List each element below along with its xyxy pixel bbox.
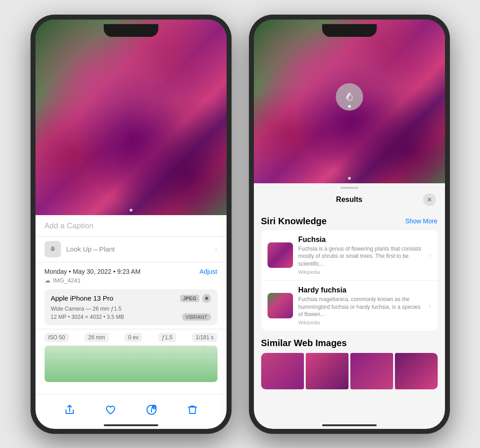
notch — [104, 24, 158, 37]
right-phone: Results ✕ Siri Knowledge Show More — [249, 15, 450, 433]
siri-badge — [336, 83, 363, 111]
fuchsia-name: Fuchsia — [298, 236, 424, 244]
vibrant-badge: VIBRANT — [182, 313, 211, 321]
fuchsia-source: Wikipedia — [298, 269, 424, 275]
exif-iso: ISO 50 — [45, 333, 69, 342]
date-row: Monday • May 30, 2022 • 9:23 AM ☁ IMG_42… — [35, 262, 227, 286]
info-button[interactable]: i — [141, 400, 162, 420]
device-row: Apple iPhone 13 Pro JPEG ⊕ Wide Camera —… — [45, 289, 217, 325]
show-more-button[interactable]: Show More — [405, 217, 438, 225]
sheet-header: Results ✕ — [254, 189, 445, 211]
similar-img-3[interactable] — [350, 353, 393, 389]
flower-overlay — [35, 20, 227, 215]
adjust-button[interactable]: Adjust — [200, 268, 217, 275]
lookup-chevron-icon: › — [215, 246, 217, 253]
hardy-thumb-image — [268, 293, 293, 318]
right-silent-button — [249, 60, 250, 79]
home-bar — [104, 424, 158, 426]
fuchsia-thumb-image — [268, 242, 293, 268]
hardy-fuchsia-thumbnail — [268, 293, 293, 318]
similar-section: Similar Web Images — [261, 338, 438, 389]
caption-placeholder: Add a Caption — [45, 221, 94, 230]
exif-ev: 0 ev — [125, 333, 142, 342]
fuchsia-chevron-icon: › — [429, 252, 431, 259]
photo-area[interactable] — [35, 20, 227, 215]
device-name: Apple iPhone 13 Pro — [51, 294, 114, 302]
right-notch — [322, 24, 377, 37]
fuchsia-text: Fuchsia Fuchsia is a genus of flowering … — [298, 236, 424, 275]
similar-images-row — [261, 353, 438, 389]
device-header: Apple iPhone 13 Pro JPEG ⊕ — [51, 294, 211, 303]
silent-button — [31, 60, 31, 79]
close-button[interactable]: ✕ — [423, 193, 436, 206]
camera-row: Wide Camera — 26 mm ƒ1.5 — [51, 306, 211, 312]
device-badges: JPEG ⊕ — [180, 294, 211, 303]
siri-knowledge-title: Siri Knowledge — [261, 216, 327, 227]
right-photo-area — [254, 20, 445, 183]
fuchsia-desc: Fuchsia is a genus of flowering plants t… — [298, 245, 424, 268]
photo-info-area: Add a Caption Look Up – Plant › — [35, 215, 227, 394]
siri-knowledge-section-header: Siri Knowledge Show More — [261, 216, 438, 227]
right-power-button — [449, 97, 450, 133]
fuchsia-thumbnail — [268, 242, 293, 268]
date-sub: ☁ IMG_4241 — [45, 277, 141, 284]
volume-up-button — [31, 88, 31, 115]
right-volume-down-button — [249, 122, 250, 149]
power-button — [231, 97, 231, 133]
left-phone: Add a Caption Look Up – Plant › — [31, 15, 231, 433]
share-button[interactable] — [60, 400, 80, 420]
sheet-content: Siri Knowledge Show More Fuchsia Fuchsia… — [254, 211, 445, 429]
exif-row: ISO 50 26 mm 0 ev ƒ1.5 1/181 s — [35, 329, 227, 346]
right-phone-screen: Results ✕ Siri Knowledge Show More — [254, 20, 445, 429]
cloud-icon: ☁ — [45, 277, 51, 284]
delete-button[interactable] — [182, 400, 202, 420]
lookup-label: Look Up – Plant — [66, 245, 115, 253]
right-home-bar — [322, 424, 377, 426]
hardy-fuchsia-item[interactable]: Hardy fuchsia Fuchsia magellanica, commo… — [261, 281, 438, 331]
hardy-fuchsia-source: Wikipedia — [298, 320, 424, 325]
exif-focal: 26 mm — [85, 333, 109, 342]
right-page-indicator — [348, 177, 351, 180]
map-area[interactable] — [45, 346, 217, 382]
similar-img-4[interactable] — [395, 353, 438, 389]
exif-aperture: ƒ1.5 — [158, 333, 176, 342]
hardy-fuchsia-name: Hardy fuchsia — [298, 286, 424, 294]
location-icon: ⊕ — [202, 294, 211, 303]
similar-img-2[interactable] — [306, 353, 349, 389]
left-phone-screen: Add a Caption Look Up – Plant › — [35, 20, 227, 429]
mp-spec: 12 MP • 3024 × 4032 • 3.5 MB — [51, 314, 124, 320]
knowledge-card: Fuchsia Fuchsia is a genus of flowering … — [261, 230, 438, 331]
svg-text:i: i — [153, 406, 154, 410]
caption-area[interactable]: Add a Caption — [35, 215, 227, 237]
phones-container: Add a Caption Look Up – Plant › — [31, 15, 450, 433]
hardy-fuchsia-desc: Fuchsia magellanica, commonly known as t… — [298, 296, 424, 318]
results-sheet: Results ✕ Siri Knowledge Show More — [254, 183, 445, 429]
siri-dot — [348, 105, 351, 108]
date-text: Monday • May 30, 2022 • 9:23 AM — [45, 268, 141, 275]
hardy-fuchsia-text: Hardy fuchsia Fuchsia magellanica, commo… — [298, 286, 424, 325]
toolbar: i — [35, 394, 227, 429]
jpeg-badge: JPEG — [180, 295, 199, 302]
favorite-button[interactable] — [101, 400, 121, 420]
specs-row: 12 MP • 3024 × 4032 • 3.5 MB VIBRANT — [51, 313, 211, 321]
exif-shutter: 1/181 s — [192, 333, 217, 342]
page-indicator — [130, 209, 132, 211]
volume-down-button — [31, 122, 31, 149]
hardy-fuchsia-chevron-icon: › — [429, 302, 431, 309]
fuchsia-item[interactable]: Fuchsia Fuchsia is a genus of flowering … — [261, 230, 438, 281]
similar-img-1[interactable] — [261, 353, 304, 389]
flower-image — [35, 20, 227, 215]
lookup-icon — [45, 241, 61, 257]
lookup-row[interactable]: Look Up – Plant › — [35, 237, 227, 262]
right-volume-up-button — [249, 88, 250, 115]
filename: IMG_4241 — [53, 277, 81, 284]
date-info: Monday • May 30, 2022 • 9:23 AM ☁ IMG_42… — [45, 268, 141, 284]
sheet-title: Results — [276, 196, 423, 204]
similar-title: Similar Web Images — [261, 338, 438, 348]
